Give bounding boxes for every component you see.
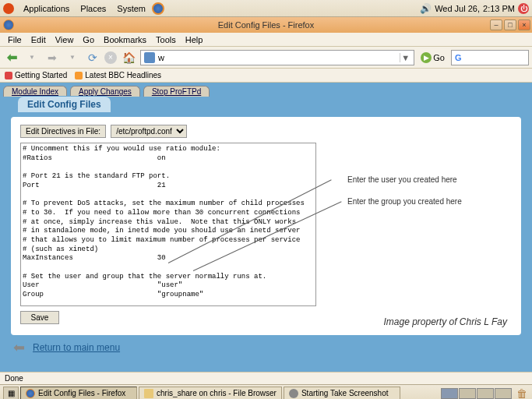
taskbar-nautilus[interactable]: chris_share on chris - File Browser [139, 387, 282, 400]
firefox-menubar: File Edit View Go Bookmarks Tools Help [0, 33, 532, 47]
menu-go[interactable]: Go [78, 34, 99, 46]
forward-button[interactable]: ➡ [44, 49, 61, 66]
workspace-1[interactable] [441, 388, 458, 399]
tab-apply-changes[interactable]: Apply Changes [70, 86, 140, 97]
workspace-2[interactable] [459, 388, 476, 399]
status-bar: Done [0, 372, 532, 384]
go-button[interactable]: ▶ Go [417, 52, 448, 63]
menu-edit[interactable]: Edit [26, 34, 51, 46]
maximize-button[interactable]: □ [504, 19, 516, 30]
taskbar-screenshot[interactable]: Starting Take Screenshot [284, 387, 400, 400]
tab-module-index[interactable]: Module Index [3, 86, 67, 97]
forward-dropdown[interactable]: ▼ [64, 49, 81, 66]
menu-tools[interactable]: Tools [151, 34, 181, 46]
return-link[interactable]: Return to main menu [33, 342, 120, 353]
bookmark-bbc[interactable]: Latest BBC Headlines [75, 71, 161, 79]
home-button[interactable]: 🏠 [120, 49, 137, 66]
bookmark-getting-started[interactable]: Getting Started [5, 71, 67, 79]
page-title: Edit Config Files [17, 96, 111, 112]
content-area: Edit Config Files Edit Directives in Fil… [0, 97, 532, 372]
search-box[interactable]: G [451, 50, 529, 65]
trash-icon[interactable]: 🗑 [516, 387, 529, 400]
clock-time[interactable]: 2:13 PM [483, 4, 515, 13]
status-text: Done [5, 374, 23, 383]
ubuntu-logo-icon [3, 3, 14, 14]
camera-icon [289, 389, 298, 398]
applications-menu[interactable]: Applications [19, 2, 74, 15]
go-label: Go [433, 53, 445, 62]
workspace-3[interactable] [477, 388, 494, 399]
rss-icon [75, 72, 83, 79]
tab-stop-proftpd[interactable]: Stop ProFTPd [143, 86, 210, 97]
minimize-button[interactable]: – [490, 19, 502, 30]
gnome-bottom-panel: ▦ Edit Config Files - Firefox chris_shar… [0, 384, 532, 399]
stop-button[interactable]: × [104, 51, 117, 64]
workspace-4[interactable] [495, 388, 512, 399]
show-desktop-button[interactable]: ▦ [3, 387, 19, 400]
site-icon [144, 52, 155, 63]
gnome-top-panel: Applications Places System 🔊 Wed Jul 26,… [0, 0, 532, 17]
reload-button[interactable]: ⟳ [84, 49, 101, 66]
main-panel: Edit Directives in File: /etc/proftpd.co… [11, 117, 521, 335]
places-menu[interactable]: Places [76, 2, 111, 15]
back-button[interactable]: ⬅ [3, 49, 20, 66]
save-button[interactable]: Save [20, 311, 59, 324]
bookmarks-toolbar: Getting Started Latest BBC Headlines [0, 69, 532, 83]
bookmark-icon [5, 72, 12, 79]
folder-icon [144, 389, 153, 398]
firefox-icon [26, 389, 35, 398]
menu-view[interactable]: View [51, 34, 79, 46]
url-dropdown[interactable]: ▼ [400, 53, 410, 62]
firefox-launcher-icon[interactable] [152, 2, 164, 15]
file-select[interactable]: /etc/proftpd.conf [111, 125, 187, 138]
config-editor[interactable] [20, 143, 316, 306]
volume-icon[interactable]: 🔊 [420, 3, 432, 14]
window-title: Edit Config Files - Firefox [218, 20, 314, 30]
google-icon: G [455, 53, 462, 62]
go-icon: ▶ [421, 52, 432, 63]
url-input[interactable] [158, 53, 400, 62]
return-arrow-icon: ⬅ [11, 340, 26, 355]
workspace-switcher[interactable] [441, 388, 512, 399]
edit-directives-button[interactable]: Edit Directives in File: [20, 125, 106, 138]
system-menu[interactable]: System [112, 2, 150, 15]
menu-help[interactable]: Help [181, 34, 208, 46]
close-button[interactable]: × [518, 19, 530, 30]
navigation-toolbar: ⬅ ▼ ➡ ▼ ⟳ × 🏠 ▼ ▶ Go G [0, 47, 532, 69]
window-titlebar: Edit Config Files - Firefox – □ × [0, 17, 532, 33]
menu-bookmarks[interactable]: Bookmarks [99, 34, 151, 46]
annotation-user: Enter the user you created here [347, 175, 457, 184]
back-dropdown[interactable]: ▼ [23, 49, 41, 66]
power-icon[interactable]: ⏻ [518, 3, 529, 14]
annotation-group: Enter the group you created here [347, 197, 462, 206]
menu-file[interactable]: File [3, 34, 26, 46]
taskbar-firefox[interactable]: Edit Config Files - Firefox [20, 387, 137, 400]
url-bar[interactable]: ▼ [140, 50, 414, 65]
webmin-tabbar: Module Index Apply Changes Stop ProFTPd [0, 83, 532, 97]
clock-date[interactable]: Wed Jul 26, [435, 4, 480, 13]
firefox-window-icon [3, 19, 14, 30]
watermark: Image property of Chris L Fay [383, 316, 507, 327]
